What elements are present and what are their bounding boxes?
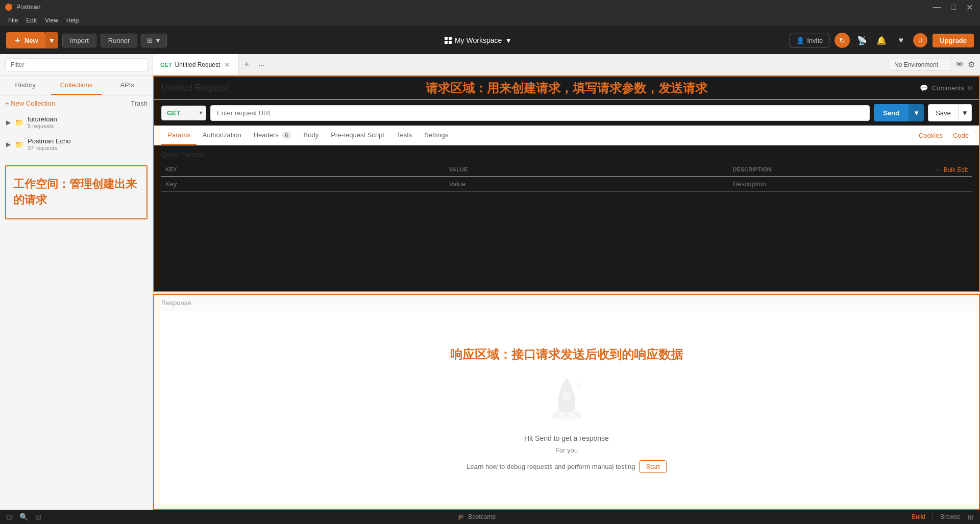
minimize-button[interactable]: — [930,3,943,12]
eye-icon[interactable]: 👁 [955,60,964,69]
tab-bar: GET Untitled Request ✕ + ··· No Environm… [153,54,980,76]
maximize-button[interactable]: □ [949,3,958,12]
query-params-title: Query Params [161,151,972,158]
menu-help[interactable]: Help [62,17,83,24]
bottom-right: Build Browse ⊞ [912,513,974,521]
person-icon: 👤 [796,37,804,44]
req-tab-body[interactable]: Body [298,126,325,145]
request-tab-untitled[interactable]: GET Untitled Request ✕ [153,54,239,75]
console-icon[interactable]: ⊡ [6,513,12,521]
value-input[interactable] [449,180,725,188]
new-button[interactable]: ＋ New [6,32,45,48]
response-illustration [541,373,592,424]
url-input[interactable] [210,105,870,121]
close-button[interactable]: ✕ [964,3,975,12]
req-tab-tests[interactable]: Tests [390,126,418,145]
avatar-icon[interactable]: U [913,33,927,47]
params-more-button[interactable]: ··· [936,165,942,173]
collection-count: 5 requests [28,123,57,129]
cookies-bottom-icon[interactable]: ⊟ [35,513,41,521]
hit-send-text: Hit Send to get a response [524,434,609,442]
sidebar-actions: + New Collection Trash [0,95,153,111]
chevron-right-icon: ▶ [6,119,11,126]
layout-toggle-icon[interactable]: ⊞ [968,513,974,521]
upgrade-button[interactable]: Upgrade [933,34,974,47]
sidebar-tab-history[interactable]: History [0,76,51,95]
description-input[interactable] [733,180,927,188]
key-input[interactable] [165,180,441,188]
title-bar-left: Postman [5,4,40,11]
tab-more-button[interactable]: ··· [255,61,269,69]
req-tab-pre-request-script[interactable]: Pre-request Script [325,126,390,145]
collection-item-futureloan[interactable]: ▶ 📁 futureloan 5 requests [0,111,153,133]
bulk-edit-button[interactable]: Bulk Edit [944,166,968,173]
url-bar: GET POST PUT DELETE PATCH ▼ Send ▼ [154,100,979,126]
collection-count-2: 37 requests [28,145,71,151]
collection-item-postman-echo[interactable]: ▶ 📁 Postman Echo 37 requests [0,133,153,155]
bottom-divider [933,513,933,520]
bell-icon[interactable]: 🔔 [874,33,889,47]
search-bottom-icon[interactable]: 🔍 [19,513,28,521]
bottom-left: ⊡ 🔍 ⊟ [6,513,41,521]
req-tab-settings[interactable]: Settings [418,126,454,145]
request-tabs: Params Authorization Headers 6 Body Pre-… [154,126,979,145]
browse-link[interactable]: Browse [940,513,961,520]
workspace-button[interactable]: My Workspace ▼ [439,33,517,47]
description-header-text: DESCRIPTION [733,166,771,172]
sync-icon[interactable]: ↻ [835,33,850,48]
sidebar-tab-collections[interactable]: Collections [51,76,102,95]
new-button-label: New [24,37,38,44]
params-row [161,177,972,191]
learn-row: Learn how to debug requests and perform … [467,460,667,473]
new-collection-button[interactable]: + New Collection [5,99,55,107]
request-header-right: 💬 Comments 0 [920,84,972,92]
code-link[interactable]: Code [950,127,972,144]
workspace-label: My Workspace [455,36,502,44]
menu-file[interactable]: File [4,17,22,24]
learn-text: Learn how to debug requests and perform … [467,463,635,470]
sidebar-tab-apis[interactable]: APIs [102,76,153,95]
new-button-dropdown[interactable]: ▼ [45,32,58,48]
start-button[interactable]: Start [639,460,666,473]
build-link[interactable]: Build [912,513,925,520]
menu-view[interactable]: View [41,17,62,24]
antenna-icon[interactable]: 📡 [855,33,869,47]
menu-edit[interactable]: Edit [22,17,41,24]
send-button[interactable]: Send [874,104,909,121]
comments-label: Comments [932,84,964,92]
layout-button[interactable]: ⊞ ▼ [141,34,166,47]
invite-button[interactable]: 👤 Invite [790,34,829,47]
save-dropdown-button[interactable]: ▼ [959,104,972,121]
content-split: Untitled Request 请求区域：用来创建请求，填写请求参数，发送请求… [153,76,980,510]
runner-button[interactable]: Runner [101,34,138,47]
settings-icon[interactable]: ⚙ [968,60,975,69]
environment-select[interactable]: No Environment [889,59,951,71]
bootcamp-icon: 🎓 [457,513,465,520]
save-button[interactable]: Save [928,104,959,121]
app-title: Postman [16,4,40,11]
response-annotation-text: 响应区域：接口请求发送后收到的响应数据 [450,346,683,363]
window-controls[interactable]: — □ ✕ [930,3,975,12]
sidebar-filter-input[interactable] [5,58,148,71]
method-select[interactable]: GET POST PUT DELETE PATCH [161,106,206,120]
send-dropdown-button[interactable]: ▼ [909,104,924,121]
tab-add-button[interactable]: + [239,59,255,70]
req-tab-params[interactable]: Params [161,126,197,145]
bootcamp-link[interactable]: Bootcamp [468,513,496,520]
collection-info-2: Postman Echo 37 requests [28,137,71,151]
send-button-wrap: Send ▼ [874,104,924,121]
trash-button[interactable]: Trash [131,99,148,107]
req-tab-authorization[interactable]: Authorization [197,126,248,145]
toolbar: ＋ New ▼ Import Runner ⊞ ▼ My Workspace ▼… [0,27,980,54]
rocket-svg [541,373,592,424]
tab-close-button[interactable]: ✕ [223,61,231,69]
req-tab-headers[interactable]: Headers 6 [248,126,298,145]
cookies-link[interactable]: Cookies [916,127,946,144]
heart-icon[interactable]: ♥ [894,33,908,47]
row-actions-cell [932,177,972,191]
import-button[interactable]: Import [62,34,96,47]
sidebar-search-bar [0,54,153,76]
invite-label: Invite [807,37,823,44]
params-section: Query Params KEY VALUE [154,145,979,196]
workspace-annotation-text: 工作空间：管理创建出来的请求 [13,178,137,206]
